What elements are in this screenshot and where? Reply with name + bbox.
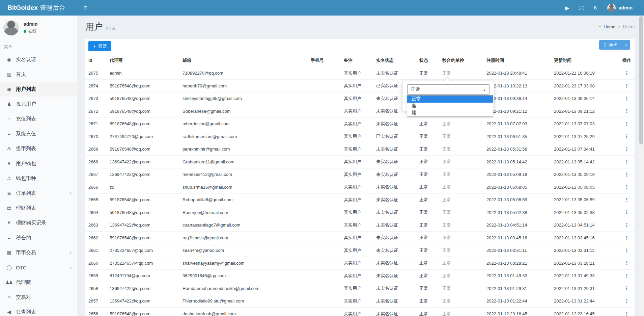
row-actions-icon[interactable]: ⋮ <box>624 133 629 139</box>
table-row: 2657 136947422@qq.com Thiernodiallo99.st… <box>85 295 635 308</box>
cell-control-editable[interactable]: 正常 <box>439 269 483 282</box>
filter-button[interactable]: ▼ 筛选 <box>88 41 111 51</box>
navbar-user-menu[interactable]: admin <box>607 4 633 12</box>
row-actions-icon[interactable]: ⋮ <box>624 235 629 240</box>
export-button[interactable]: ↧ 导出 <box>599 40 622 50</box>
cell-control-editable[interactable]: 正常 <box>439 282 483 295</box>
refresh-icon[interactable]: ↻ <box>593 5 598 10</box>
cell-control-editable[interactable]: 正常 <box>439 244 483 257</box>
control-select[interactable]: 正常 ∨ <box>407 84 489 95</box>
cell-control-editable[interactable]: 正常 <box>439 156 483 168</box>
row-actions-icon[interactable]: ⋮ <box>624 172 629 177</box>
sidebar-item[interactable]: ≡ 系统充值 ‹ <box>0 126 77 141</box>
menu-item-icon: ¥ <box>4 161 13 166</box>
cell-control-editable[interactable]: 正常 <box>439 67 483 80</box>
row-actions-icon[interactable]: ⋮ <box>624 209 629 215</box>
sidebar-item[interactable]: ♟♟ 代理商 ‹ <box>0 275 77 290</box>
cell-control-editable[interactable]: 正常 <box>439 232 483 244</box>
row-actions-icon[interactable]: ⋮ <box>624 260 629 266</box>
cell-agent: 591876548@qq.com <box>107 117 179 130</box>
cell-registered: 2022-01-13 01:49:33 <box>483 269 551 282</box>
sidebar-item[interactable]: ◀ 公告列表 ‹ <box>0 305 77 316</box>
sidebar-item[interactable]: ◉ 实名认证 ‹ <box>0 52 77 67</box>
col-note[interactable]: 备注 <box>341 54 373 67</box>
cell-control-editable[interactable]: 正常 <box>439 219 483 232</box>
row-actions-icon[interactable]: ⋮ <box>624 121 629 127</box>
sidebar-toggle-icon[interactable]: ≡ <box>77 0 93 16</box>
cell-registered: 2022-01-13 03:45:16 <box>483 232 551 244</box>
row-actions-icon[interactable]: ⋮ <box>624 247 629 253</box>
dropdown-option[interactable]: 正常 <box>407 96 493 103</box>
cell-control-editable[interactable]: 正常 <box>439 117 483 130</box>
fullscreen-icon[interactable]: ↖ ↗ ↙ ↘ <box>579 5 584 10</box>
row-actions-icon[interactable]: ⋮ <box>624 70 629 76</box>
cell-status: 正常 <box>416 156 439 168</box>
cell-control-editable[interactable]: 正常 <box>439 193 483 206</box>
cell-kyc: 未实名认证 <box>373 244 416 257</box>
play-icon[interactable]: ▶ <box>565 5 569 10</box>
sidebar-item[interactable]: ◯ OTC ‹ <box>0 260 77 275</box>
col-agent[interactable]: 代理商 <box>107 54 179 67</box>
row-actions-icon[interactable]: ⋮ <box>624 285 629 291</box>
breadcrumb-home[interactable]: Home <box>604 24 615 29</box>
row-actions-icon[interactable]: ⋮ <box>624 96 629 101</box>
row-actions-icon[interactable]: ⋮ <box>624 222 629 228</box>
sidebar-item[interactable]: ≣ 订单列表 ‹ <box>0 186 77 201</box>
dropdown-option[interactable]: 赢 <box>407 103 493 110</box>
row-actions-icon[interactable]: ⋮ <box>624 298 629 304</box>
col-status[interactable]: 状态 <box>416 54 439 67</box>
table-row: 2673 591876548@qq.com shelleystanfajgj65… <box>85 92 635 105</box>
cell-id: 2670 <box>85 130 107 143</box>
col-control[interactable]: 秒合约单控 <box>439 54 483 67</box>
sidebar-item[interactable]: ♟ 孤儿用户 ‹ <box>0 97 77 111</box>
col-id[interactable]: Id <box>85 54 107 67</box>
cell-control-editable[interactable]: 正常 <box>439 206 483 219</box>
cell-control-editable[interactable]: 正常 <box>439 181 483 194</box>
cell-control-editable[interactable]: 正常 <box>439 168 483 181</box>
cell-updated: 2022-01-12 23:16:45 <box>551 308 619 316</box>
dropdown-option[interactable]: 输 <box>407 109 493 116</box>
row-actions-icon[interactable]: ⋮ <box>624 108 629 114</box>
sidebar-item[interactable]: ▤ 理财列表 ‹ <box>0 201 77 215</box>
cell-control-editable[interactable]: 正常 <box>439 308 483 316</box>
sidebar-item[interactable]: ⚓ 钱包币种 ‹ <box>0 171 77 186</box>
sidebar-item[interactable]: ≡ 秒合约 ‹ <box>0 230 77 245</box>
app-logo[interactable]: BitGoldex 管理后台 <box>0 0 77 16</box>
row-actions-icon[interactable]: ⋮ <box>624 184 629 190</box>
row-actions-icon[interactable]: ⋮ <box>624 146 629 152</box>
sidebar-item[interactable]: ↑ 充值列表 ‹ <box>0 111 77 126</box>
cell-status: 正常 <box>416 257 439 270</box>
table-row: 2656 591876548@qq.com dasha.kardosh@gmai… <box>85 308 635 316</box>
cell-email: Robapadilla6@gmail.com <box>179 193 308 206</box>
cell-status: 正常 <box>416 269 439 282</box>
page-scrollbar[interactable] <box>639 16 644 316</box>
cell-status: 正常 <box>416 244 439 257</box>
cell-control-editable[interactable]: 正常 <box>439 130 483 143</box>
cell-control-editable[interactable]: 正常 <box>439 295 483 308</box>
row-actions-icon[interactable]: ⋮ <box>624 197 629 203</box>
row-actions-icon[interactable]: ⋮ <box>624 83 629 88</box>
col-kyc[interactable]: 实名状态 <box>373 54 416 67</box>
col-updated[interactable]: 更新时间 <box>551 54 619 67</box>
cell-control-editable[interactable]: 正常 <box>439 257 483 270</box>
sidebar-item[interactable]: ≡ 交易对 ‹ <box>0 290 77 305</box>
sidebar-item[interactable]: ⚓ 提币列表 ‹ <box>0 141 77 156</box>
sidebar-item[interactable]: ▦ 币币交易 ‹ <box>0 245 77 260</box>
cell-control-editable[interactable]: 正常 <box>439 143 483 156</box>
export-split-button: ↧ 导出 ▾ <box>599 40 630 50</box>
sidebar-item[interactable]: ◉ 用户列表 ‹ <box>0 82 77 97</box>
col-phone[interactable]: 手机号 <box>308 54 341 67</box>
sidebar-item[interactable]: ▥ 首页 ‹ <box>0 67 77 82</box>
row-actions-icon[interactable]: ⋮ <box>624 311 629 316</box>
col-email[interactable]: 邮箱 <box>179 54 308 67</box>
export-caret-button[interactable]: ▾ <box>622 40 630 50</box>
menu-item-icon: ⚓ <box>4 146 13 151</box>
row-actions-icon[interactable]: ⋮ <box>624 159 629 164</box>
col-registered[interactable]: 注册时间 <box>483 54 551 67</box>
sidebar-item[interactable]: ⠿ 理财购买记录 ‹ <box>0 215 77 230</box>
scrollbar-thumb[interactable] <box>639 16 643 144</box>
row-actions-icon[interactable]: ⋮ <box>624 273 629 279</box>
cell-status: 正常 <box>416 130 439 143</box>
sidebar-item[interactable]: ¥ 用户钱包 ‹ <box>0 156 77 171</box>
sidebar-user-panel: admin 在线 <box>0 16 77 40</box>
